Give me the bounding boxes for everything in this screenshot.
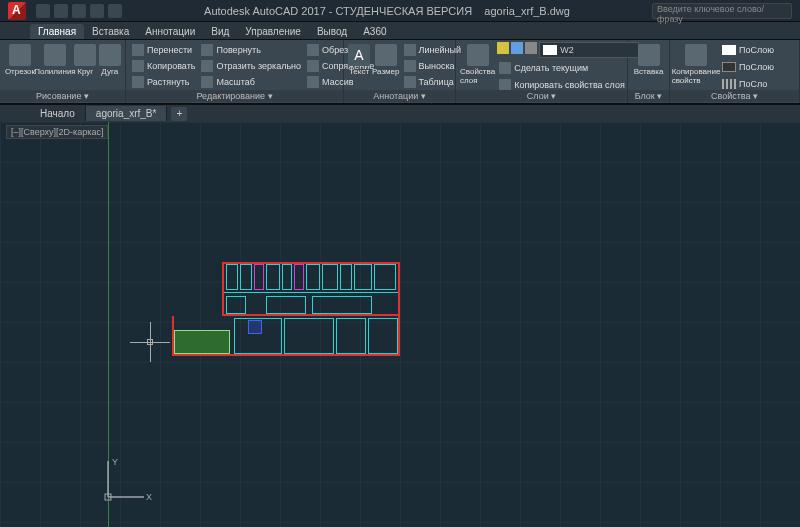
leader-button[interactable]: Выноска xyxy=(402,58,463,73)
linetype-label: ПоСло xyxy=(739,79,767,89)
layer-properties-button[interactable]: Свойства слоя xyxy=(460,42,495,85)
panel-layers-title[interactable]: Слои ▾ xyxy=(456,90,627,102)
panel-modify-title[interactable]: Редактирование ▾ xyxy=(126,90,343,102)
color-label: ПоСлою xyxy=(739,45,774,55)
add-tab-button[interactable]: + xyxy=(171,107,187,121)
tab-view[interactable]: Вид xyxy=(203,24,237,39)
mirror-button[interactable]: Отразить зеркально xyxy=(199,58,303,73)
match-props-button[interactable]: Копирование свойств xyxy=(674,42,718,85)
line-icon xyxy=(9,44,31,66)
arc-label: Дуга xyxy=(101,67,118,76)
insert-block-button[interactable]: Вставка xyxy=(632,42,665,76)
insert-block-label: Вставка xyxy=(634,67,664,76)
make-current-button[interactable]: Сделать текущим xyxy=(497,60,639,75)
linear-dim-icon xyxy=(404,44,416,56)
rotate-icon xyxy=(201,44,213,56)
crosshair-cursor-icon xyxy=(130,322,170,362)
move-icon xyxy=(132,44,144,56)
panel-block-title[interactable]: Блок ▾ xyxy=(628,90,669,102)
mirror-label: Отразить зеркально xyxy=(216,61,301,71)
layer-color-swatch-icon xyxy=(543,45,557,55)
make-current-label: Сделать текущим xyxy=(514,63,588,73)
text-icon: A xyxy=(348,44,370,66)
panel-properties-title[interactable]: Свойства ▾ xyxy=(670,90,799,102)
tab-a360[interactable]: A360 xyxy=(355,24,394,39)
ucs-icon: Y X xyxy=(100,455,150,507)
ribbon: Отрезок Полилиния Круг Дуга Рисование ▾ … xyxy=(0,40,800,104)
panel-draw-title[interactable]: Рисование ▾ xyxy=(0,90,125,102)
circle-button[interactable]: Круг xyxy=(74,42,97,76)
array-icon xyxy=(307,76,319,88)
fillet-icon xyxy=(307,60,319,72)
move-button[interactable]: Перенести xyxy=(130,42,197,57)
insert-block-icon xyxy=(638,44,660,66)
polyline-label: Полилиния xyxy=(34,67,76,76)
stretch-icon xyxy=(132,76,144,88)
scale-button[interactable]: Масштаб xyxy=(199,74,303,89)
qat-undo-icon[interactable] xyxy=(90,4,104,18)
title-bar: Autodesk AutoCAD 2017 - СТУДЕНЧЕСКАЯ ВЕР… xyxy=(0,0,800,22)
stretch-label: Растянуть xyxy=(147,77,190,87)
panel-annotation: AТекст Размер Линейный Выноска Таблица А… xyxy=(344,40,456,103)
scale-label: Масштаб xyxy=(216,77,255,87)
app-logo-icon[interactable] xyxy=(8,2,26,20)
match-props-icon xyxy=(685,44,707,66)
tab-home[interactable]: Главная xyxy=(30,24,84,39)
text-label: Текст xyxy=(349,67,369,76)
rotate-label: Повернуть xyxy=(216,45,260,55)
color-combo[interactable]: ПоСлою xyxy=(720,42,776,57)
tab-insert[interactable]: Вставка xyxy=(84,24,137,39)
match-layer-icon xyxy=(499,79,511,91)
match-props-label: Копирование свойств xyxy=(672,67,721,85)
mirror-icon xyxy=(201,60,213,72)
arc-button[interactable]: Дуга xyxy=(98,42,121,76)
lineweight-icon xyxy=(722,62,736,72)
dimension-icon xyxy=(375,44,397,66)
file-name: agoria_xrf_B.dwg xyxy=(484,5,570,17)
trim-icon xyxy=(307,44,319,56)
line-button[interactable]: Отрезок xyxy=(4,42,36,76)
table-button[interactable]: Таблица xyxy=(402,74,463,89)
layer-combo[interactable]: W2 xyxy=(539,42,639,58)
tab-start[interactable]: Начало xyxy=(30,106,86,121)
qat-new-icon[interactable] xyxy=(36,4,50,18)
ucs-y-label: Y xyxy=(112,457,118,467)
panel-block: Вставка Блок ▾ xyxy=(628,40,670,103)
circle-icon xyxy=(74,44,96,66)
panel-annotation-title[interactable]: Аннотации ▾ xyxy=(344,90,455,102)
linetype-combo[interactable]: ПоСло xyxy=(720,76,776,91)
color-swatch-icon xyxy=(722,45,736,55)
bulb-icon[interactable] xyxy=(497,42,509,54)
rotate-button[interactable]: Повернуть xyxy=(199,42,303,57)
dimension-label: Размер xyxy=(372,67,400,76)
leader-icon xyxy=(404,60,416,72)
viewport-label[interactable]: [–][Сверху][2D-каркас] xyxy=(6,125,108,139)
match-layer-label: Копировать свойства слоя xyxy=(514,80,625,90)
lineweight-combo[interactable]: ПоСлою xyxy=(720,59,776,74)
tab-manage[interactable]: Управление xyxy=(237,24,309,39)
dimension-button[interactable]: Размер xyxy=(372,42,400,76)
text-button[interactable]: AТекст xyxy=(348,42,370,76)
linear-dim-button[interactable]: Линейный xyxy=(402,42,463,57)
polyline-button[interactable]: Полилиния xyxy=(38,42,72,76)
stretch-button[interactable]: Растянуть xyxy=(130,74,197,89)
layer-properties-icon xyxy=(467,44,489,66)
table-label: Таблица xyxy=(419,77,454,87)
layer-properties-label: Свойства слоя xyxy=(460,67,495,85)
qat-save-icon[interactable] xyxy=(72,4,86,18)
table-icon xyxy=(404,76,416,88)
qat-redo-icon[interactable] xyxy=(108,4,122,18)
tab-output[interactable]: Вывод xyxy=(309,24,355,39)
ucs-x-label: X xyxy=(146,492,152,502)
search-input[interactable]: Введите ключевое слово/фразу xyxy=(652,3,792,19)
lineweight-label: ПоСлою xyxy=(739,62,774,72)
panel-draw: Отрезок Полилиния Круг Дуга Рисование ▾ xyxy=(0,40,126,103)
qat-open-icon[interactable] xyxy=(54,4,68,18)
tab-file-1[interactable]: agoria_xrf_B* xyxy=(86,106,168,121)
freeze-icon[interactable] xyxy=(511,42,523,54)
tab-annotate[interactable]: Аннотации xyxy=(137,24,203,39)
copy-button[interactable]: Копировать xyxy=(130,58,197,73)
lock-icon[interactable] xyxy=(525,42,537,54)
drawing-canvas[interactable]: [–][Сверху][2D-каркас] xyxy=(0,122,800,527)
copy-icon xyxy=(132,60,144,72)
